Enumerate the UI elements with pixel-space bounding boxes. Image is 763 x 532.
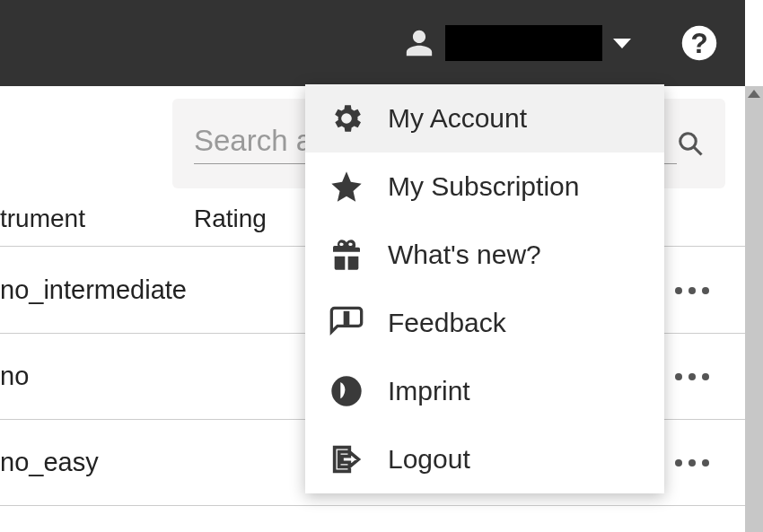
menu-imprint[interactable]: Imprint [305,357,664,425]
menu-whats-new[interactable]: What's new? [305,221,664,289]
menu-logout[interactable]: Logout [305,425,664,493]
column-rating[interactable]: Rating [194,205,267,233]
help-icon[interactable]: ? [680,24,718,62]
column-instrument[interactable]: trument [0,205,194,233]
menu-label: Feedback [388,308,506,338]
menu-label: What's new? [388,240,541,270]
chevron-down-icon [613,39,631,48]
feedback-icon [329,305,364,341]
menu-label: My Subscription [388,171,579,202]
user-dropdown-menu: My Account My Subscription What's new? F… [305,84,664,493]
globe-icon [329,373,364,409]
scroll-up-arrow-icon[interactable] [748,90,760,98]
row-actions-icon[interactable] [675,373,709,380]
gear-icon [329,100,364,136]
svg-text:?: ? [690,27,707,59]
search-placeholder: Search a [194,124,312,157]
menu-label: Imprint [388,376,470,406]
user-name-redacted [445,25,602,61]
cell-instrument: no [0,362,29,391]
row-actions-icon[interactable] [675,459,709,467]
cell-instrument: no_easy [0,448,99,477]
menu-feedback[interactable]: Feedback [305,289,664,357]
cell-instrument: no_intermediate [0,275,187,305]
svg-line-3 [694,147,702,155]
menu-my-subscription[interactable]: My Subscription [305,153,664,221]
menu-label: My Account [388,103,527,134]
topbar: ? [0,0,745,86]
scroll-thumb[interactable] [745,86,763,532]
menu-label: Logout [388,444,470,475]
scrollbar[interactable] [745,86,763,532]
search-icon[interactable] [677,130,704,157]
menu-my-account[interactable]: My Account [305,84,664,153]
gift-icon [329,237,364,273]
star-icon [329,169,364,205]
user-icon [404,28,434,58]
svg-point-2 [680,134,697,150]
logout-icon [329,441,364,477]
row-actions-icon[interactable] [675,287,709,294]
user-menu-trigger[interactable] [404,25,631,61]
